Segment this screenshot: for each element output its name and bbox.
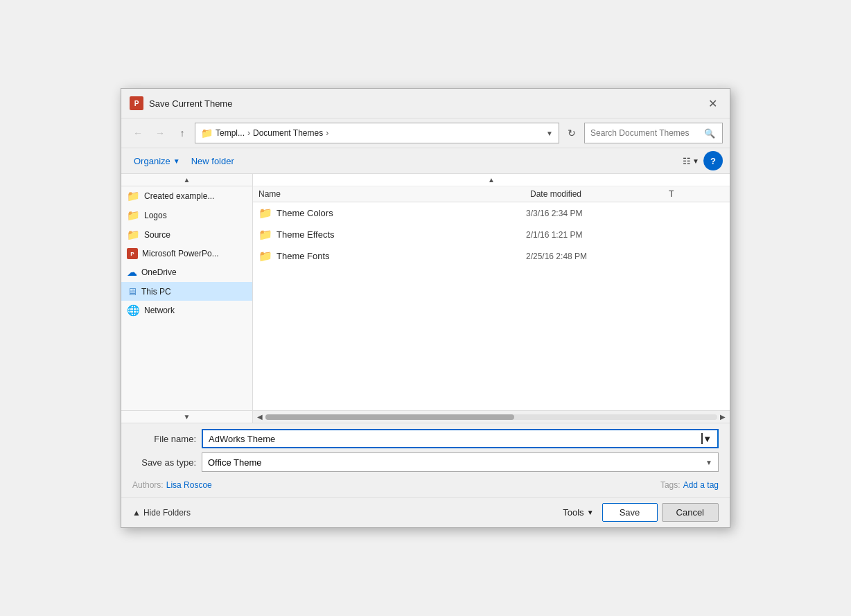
main-area: ▲ 📁 Created example... 📁 Logos 📁 Source … <box>121 174 730 423</box>
tags-value[interactable]: Add a tag <box>683 480 719 490</box>
up-button[interactable]: ↑ <box>173 123 192 143</box>
file-icon-0: 📁 <box>258 206 272 220</box>
organize-dropdown-icon: ▼ <box>173 157 180 165</box>
path-part-1: Templ... <box>216 128 245 138</box>
path-folder-icon: 📁 <box>201 127 213 139</box>
tools-button[interactable]: Tools ▼ <box>554 504 602 520</box>
sidebar-scroll-down[interactable]: ▼ <box>121 410 252 423</box>
sidebar-label-ppt: Microsoft PowerPo... <box>142 249 219 258</box>
sidebar-label-onedrive: OneDrive <box>141 267 177 277</box>
sidebar-label-thispc: This PC <box>141 287 171 297</box>
search-icon[interactable]: 🔍 <box>704 128 715 139</box>
close-button[interactable]: ✕ <box>703 94 721 112</box>
view-dropdown-icon: ▼ <box>692 157 699 165</box>
meta-left: Authors: Lisa Roscoe <box>132 480 660 490</box>
sidebar-onedrive-icon: ☁ <box>127 266 137 279</box>
file-name-1: Theme Effects <box>277 229 522 240</box>
sidebar-label-network: Network <box>144 306 175 315</box>
scrollbar-thumb[interactable] <box>265 414 514 420</box>
meta-row: Authors: Lisa Roscoe Tags: Add a tag <box>132 476 719 491</box>
sidebar-item-thispc[interactable]: 🖥 This PC <box>121 282 252 301</box>
tools-label: Tools <box>563 507 584 518</box>
file-icon-2: 📁 <box>258 249 272 263</box>
path-separator-2: › <box>326 128 328 138</box>
save-dialog: P Save Current Theme ✕ ← → ↑ 📁 Templ... … <box>121 88 730 528</box>
path-box[interactable]: 📁 Templ... › Document Themes › ▼ <box>195 123 559 143</box>
search-input[interactable] <box>590 128 701 138</box>
hide-folders-button[interactable]: ▲ Hide Folders <box>132 508 191 518</box>
save-button[interactable]: Save <box>602 503 658 522</box>
sidebar-ppt-icon: P <box>127 248 138 259</box>
path-dropdown-arrow[interactable]: ▼ <box>546 130 553 137</box>
sidebar: ▲ 📁 Created example... 📁 Logos 📁 Source … <box>121 174 253 423</box>
forward-button[interactable]: → <box>150 123 170 143</box>
address-bar: ← → ↑ 📁 Templ... › Document Themes › ▼ ↻… <box>121 118 730 148</box>
authors-value[interactable]: Lisa Roscoe <box>166 480 212 490</box>
file-list: 📁 Theme Colors 3/3/16 2:34 PM 📁 Theme Ef… <box>253 202 730 410</box>
scrollbar-right-button[interactable]: ▶ <box>717 412 728 423</box>
new-folder-label: New folder <box>191 156 234 166</box>
sidebar-scroll-up[interactable]: ▲ <box>121 174 252 186</box>
footer: ▲ Hide Folders Tools ▼ Save Cancel <box>121 497 730 527</box>
file-area: ▲ Name Date modified T 📁 Theme Colors 3/… <box>253 174 730 423</box>
organize-button[interactable]: Organize ▼ <box>128 153 186 169</box>
ppt-app-icon: P <box>130 96 143 110</box>
sidebar-item-logos[interactable]: 📁 Logos <box>121 206 252 225</box>
tags-label: Tags: <box>660 480 681 490</box>
save-as-type-value: Office Theme <box>208 457 262 468</box>
scrollbar-left-button[interactable]: ◀ <box>254 412 265 423</box>
search-box[interactable]: 🔍 <box>584 123 723 143</box>
dialog-title: Save Current Theme <box>149 98 232 109</box>
file-area-scroll-up[interactable]: ▲ <box>253 174 730 186</box>
help-button[interactable]: ? <box>703 151 723 170</box>
horizontal-scrollbar: ◀ ▶ <box>253 410 730 423</box>
hide-folders-chevron-icon: ▲ <box>132 508 141 518</box>
file-row-1[interactable]: 📁 Theme Effects 2/1/16 1:21 PM <box>253 224 730 245</box>
sidebar-item-source[interactable]: 📁 Source <box>121 225 252 245</box>
file-list-header: Name Date modified T <box>253 186 730 202</box>
file-row-2[interactable]: 📁 Theme Fonts 2/25/16 2:48 PM <box>253 245 730 267</box>
file-name-value: AdWorks Theme <box>209 434 701 444</box>
file-name-dropdown-arrow[interactable]: ▼ <box>703 434 712 444</box>
col-header-date[interactable]: Date modified <box>530 189 669 199</box>
col-header-name[interactable]: Name <box>258 189 530 199</box>
sidebar-label-created: Created example... <box>144 191 214 201</box>
sidebar-item-created[interactable]: 📁 Created example... <box>121 186 252 206</box>
col-header-type[interactable]: T <box>669 189 724 199</box>
bottom-form-area: File name: AdWorks Theme ▼ Save as type:… <box>121 423 730 497</box>
view-button[interactable]: ☷ ▼ <box>678 153 703 169</box>
path-separator-1: › <box>247 128 250 138</box>
sidebar-folder-icon-logos: 📁 <box>127 209 140 222</box>
save-as-type-label: Save as type: <box>132 457 202 468</box>
path-part-2: Document Themes <box>253 128 323 138</box>
save-as-type-dropdown[interactable]: Office Theme ▼ <box>202 452 719 472</box>
cancel-button[interactable]: Cancel <box>662 503 719 522</box>
organize-label: Organize <box>134 156 170 166</box>
file-row-0[interactable]: 📁 Theme Colors 3/3/16 2:34 PM <box>253 202 730 224</box>
file-name-row: File name: AdWorks Theme ▼ <box>132 429 719 448</box>
file-name-0: Theme Colors <box>277 208 522 218</box>
sidebar-folder-icon-created: 📁 <box>127 190 140 202</box>
sidebar-item-onedrive[interactable]: ☁ OneDrive <box>121 263 252 282</box>
view-icon: ☷ <box>683 156 691 166</box>
new-folder-button[interactable]: New folder <box>186 153 240 169</box>
file-name-input[interactable]: AdWorks Theme ▼ <box>202 429 719 448</box>
title-bar-left: P Save Current Theme <box>130 96 232 110</box>
save-as-type-dropdown-arrow: ▼ <box>705 459 712 466</box>
title-bar: P Save Current Theme ✕ <box>121 89 730 118</box>
hide-folders-label: Hide Folders <box>143 508 191 518</box>
sidebar-item-ppt[interactable]: P Microsoft PowerPo... <box>121 245 252 263</box>
file-date-2: 2/25/16 2:48 PM <box>526 252 665 261</box>
sidebar-label-logos: Logos <box>144 211 167 220</box>
tools-dropdown-icon: ▼ <box>587 509 594 516</box>
help-label: ? <box>710 156 716 166</box>
file-name-2: Theme Fonts <box>277 251 522 261</box>
sidebar-label-source: Source <box>144 230 170 240</box>
sidebar-pc-icon: 🖥 <box>127 285 137 297</box>
back-button[interactable]: ← <box>128 123 148 143</box>
refresh-button[interactable]: ↻ <box>562 123 581 143</box>
file-date-0: 3/3/16 2:34 PM <box>526 209 665 218</box>
sidebar-item-network[interactable]: 🌐 Network <box>121 301 252 320</box>
scrollbar-track[interactable] <box>265 414 717 420</box>
file-date-1: 2/1/16 1:21 PM <box>526 230 665 240</box>
